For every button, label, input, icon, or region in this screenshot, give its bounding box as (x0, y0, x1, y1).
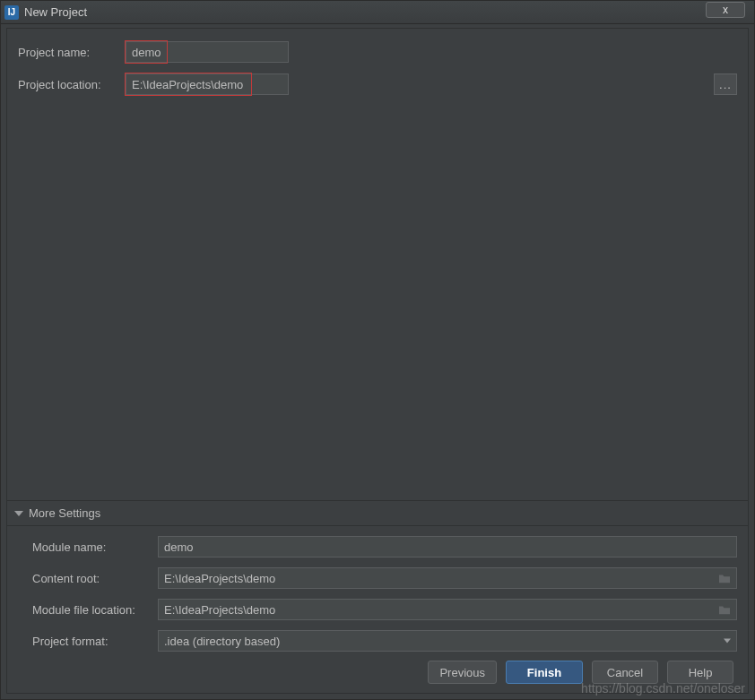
project-location-row: Project location: ... (7, 73, 748, 95)
project-name-row: Project name: (7, 41, 748, 63)
project-format-select[interactable]: .idea (directory based) (158, 630, 737, 652)
app-icon: IJ (4, 5, 19, 20)
more-settings-label: More Settings (29, 506, 100, 520)
window-title: New Project (24, 5, 87, 19)
project-format-value: .idea (directory based) (164, 635, 280, 648)
module-file-location-row: Module file location: E:\IdeaProjects\de… (7, 599, 748, 620)
project-name-input[interactable] (126, 41, 289, 63)
module-name-row: Module name: (7, 536, 748, 557)
content-root-value: E:\IdeaProjects\demo (164, 572, 275, 585)
help-button[interactable]: Help (667, 661, 733, 684)
content-root-field[interactable]: E:\IdeaProjects\demo (158, 567, 737, 589)
close-button[interactable]: x (706, 2, 745, 18)
cancel-button[interactable]: Cancel (592, 661, 658, 684)
dialog-content: Project name: Project location: ... More… (6, 28, 749, 694)
button-bar: Previous Finish Cancel Help (7, 652, 748, 693)
project-name-label: Project name: (18, 46, 126, 59)
content-root-row: Content root: E:\IdeaProjects\demo (7, 567, 748, 589)
chevron-down-icon (724, 639, 731, 644)
more-settings-toggle[interactable]: More Settings (7, 500, 748, 526)
module-name-label: Module name: (32, 540, 158, 554)
project-location-input[interactable] (126, 73, 289, 95)
finish-button[interactable]: Finish (506, 661, 583, 684)
module-file-location-value: E:\IdeaProjects\demo (164, 603, 275, 617)
project-location-label: Project location: (18, 78, 126, 91)
content-root-label: Content root: (32, 572, 158, 585)
folder-icon[interactable] (718, 573, 731, 583)
ellipsis-icon: ... (719, 78, 732, 91)
close-icon: x (723, 4, 728, 16)
browse-location-button[interactable]: ... (714, 73, 737, 95)
project-format-label: Project format: (32, 635, 158, 648)
module-name-input[interactable] (158, 536, 737, 557)
previous-button[interactable]: Previous (428, 661, 497, 684)
project-format-row: Project format: .idea (directory based) (7, 630, 748, 652)
titlebar: IJ New Project x (1, 1, 754, 24)
module-file-location-label: Module file location: (32, 603, 158, 617)
chevron-down-icon (14, 511, 23, 516)
folder-icon[interactable] (718, 604, 731, 615)
module-file-location-field[interactable]: E:\IdeaProjects\demo (158, 599, 737, 620)
